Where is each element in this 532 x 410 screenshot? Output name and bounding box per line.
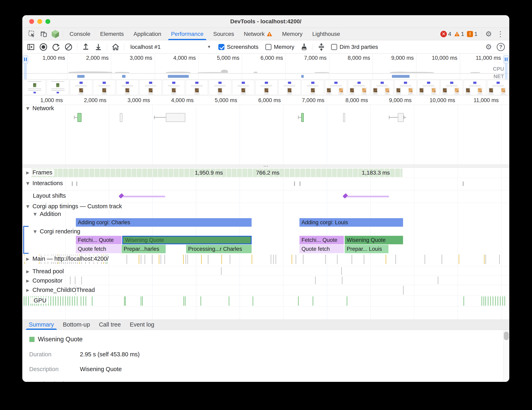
chevron-expanded-icon[interactable]: ▼ [26,204,30,209]
tab-elements[interactable]: Elements [95,28,129,40]
capture-settings-gear-icon[interactable]: ⚙ [483,43,494,51]
tab-console[interactable]: Console [65,28,95,40]
console-warnings-badge[interactable]: 1 [454,31,464,37]
chevron-collapsed-icon[interactable]: ▶ [26,269,30,274]
close-window-button[interactable] [29,19,34,24]
screenshot-thumbnail[interactable] [418,80,440,95]
tab-memory[interactable]: Memory [277,28,307,40]
screenshot-thumbnail[interactable] [209,80,231,95]
screenshot-thumbnail[interactable] [325,80,347,95]
network-request-bar[interactable] [166,113,185,122]
thread-track-label[interactable]: ▶Compositor [22,277,65,284]
tab-network[interactable]: Network [239,28,277,40]
chevron-collapsed-icon[interactable]: ▶ [26,170,30,175]
screenshot-thumbnail[interactable] [464,80,486,95]
tab-bottom-up[interactable]: Bottom-up [58,319,95,330]
tab-event-log[interactable]: Event log [125,319,159,330]
screenshot-thumbnail[interactable] [348,80,370,95]
home-icon[interactable] [110,42,121,52]
flame-bar-addition[interactable]: Adding corgi: Charles [76,218,252,227]
toggle-sidebar-icon[interactable] [25,42,37,52]
network-request-bar[interactable] [301,113,304,122]
record-and-reload-button[interactable] [50,42,62,52]
thread-track-label[interactable]: ▶Thread pool [22,268,66,275]
help-icon[interactable]: ? [497,43,505,51]
upload-profile-icon[interactable] [80,42,91,52]
custom-track-label[interactable]: ▼Corgi app timings — Custom track [22,203,124,210]
console-errors-badge[interactable]: ✕ 4 [440,31,451,37]
dim-3rd-parties-checkbox[interactable]: Dim 3rd parties [331,44,378,50]
addition-group-label[interactable]: ▼Addition [30,211,63,217]
collapse-sanity-icon[interactable] [316,42,327,52]
minimize-window-button[interactable] [37,19,42,24]
panel-resize-divider[interactable]: ⋯ [22,164,509,168]
network-request-bar[interactable] [120,113,123,122]
chevron-collapsed-icon[interactable]: ▶ [26,256,30,261]
tab-application[interactable]: Application [129,28,166,40]
flame-bar-rendering[interactable]: Quote fetch [299,245,344,253]
flame-bar-rendering[interactable]: Fetchi... Quote [299,236,344,244]
tab-sources[interactable]: Sources [209,28,239,40]
flame-bar-addition[interactable]: Adding corgi: Louis [299,218,403,227]
screenshots-checkbox[interactable]: Screenshots [218,44,258,50]
flame-bar-rendering[interactable]: Prepar... Louis [345,245,389,253]
flame-chart-timeline[interactable]: 1,000 ms2,000 ms3,000 ms4,000 ms5,000 ms… [22,96,509,319]
screenshot-thumbnail[interactable] [93,80,115,95]
download-profile-icon[interactable] [93,42,104,52]
timeline-overview[interactable]: CPU NET 1,000 ms2,000 ms3,000 ms4,000 ms… [22,54,509,79]
zoom-window-button[interactable] [45,19,50,24]
screenshot-thumbnail[interactable] [278,80,301,95]
more-options-kebab-icon[interactable]: ⋮ [495,30,506,38]
tab-call-tree[interactable]: Call tree [95,319,125,330]
memory-checkbox[interactable]: Memory [266,44,294,50]
chevron-expanded-icon[interactable]: ▼ [26,106,30,111]
tab-performance[interactable]: Performance [166,28,208,40]
screenshot-thumbnail[interactable] [163,80,185,95]
flame-bar-rendering[interactable]: Fetchi... Quote [76,236,122,244]
chevron-expanded-icon[interactable]: ▼ [33,212,37,217]
chevron-collapsed-icon[interactable]: ▶ [26,278,30,283]
screenshot-thumbnail[interactable] [302,80,324,95]
profile-history-select[interactable]: localhost #1 ▼ [127,44,214,50]
network-request-bar[interactable] [77,113,82,122]
collect-garbage-icon[interactable] [298,42,310,52]
screenshot-thumbnail[interactable] [186,80,208,95]
settings-gear-icon[interactable]: ⚙ [483,30,494,38]
record-button[interactable] [38,42,49,52]
thread-track-label[interactable]: ▶Chrome_ChildIOThread [22,287,97,293]
flame-bar-rendering[interactable]: Wisening Quote [345,236,403,244]
interactions-track-label[interactable]: ▼Interactions [22,180,65,187]
screenshot-thumbnail[interactable] [255,80,277,95]
clear-recording-button[interactable] [63,42,74,52]
flame-bar-rendering[interactable]: Wisening Quote [122,236,252,244]
frames-track-label[interactable]: ▶Frames [22,169,54,176]
chevron-collapsed-icon[interactable]: ▶ [26,288,30,292]
summary-scrollbar[interactable] [503,330,509,382]
overview-right-handle[interactable] [504,55,509,64]
extension-gem-icon[interactable] [49,28,61,40]
overview-left-handle[interactable] [23,55,28,64]
flame-bar-rendering[interactable]: Prepar...harles [122,245,166,253]
network-request-bar[interactable] [398,113,404,122]
inspect-element-icon[interactable] [26,28,38,40]
chevron-expanded-icon[interactable]: ▼ [26,181,30,186]
layout-shift-event[interactable] [122,196,165,197]
screenshot-thumbnail[interactable] [47,80,69,95]
tab-summary[interactable]: Summary [24,319,58,330]
layout-shift-event[interactable] [346,196,389,197]
screenshot-thumbnail[interactable] [232,80,255,95]
flame-bar-rendering[interactable]: Processing...r Charles [186,245,252,253]
network-request-bar[interactable] [343,113,345,122]
scrollbar-thumb[interactable] [504,332,509,340]
device-toolbar-icon[interactable] [38,28,49,40]
issues-badge[interactable]: ! 1 [467,31,477,37]
chevron-expanded-icon[interactable]: ▼ [33,229,37,234]
layout-shifts-track-label[interactable]: Layout shifts [30,192,68,199]
screenshot-thumbnail[interactable] [441,80,463,95]
screenshot-thumbnail[interactable] [139,80,162,95]
screenshot-thumbnail[interactable] [24,80,46,95]
flame-bar-rendering[interactable]: Quote fetch [76,245,122,253]
rendering-group-label[interactable]: ▼Corgi rendering [30,228,82,235]
screenshot-thumbnail[interactable] [371,80,393,95]
network-track-label[interactable]: ▼Network [22,105,56,112]
